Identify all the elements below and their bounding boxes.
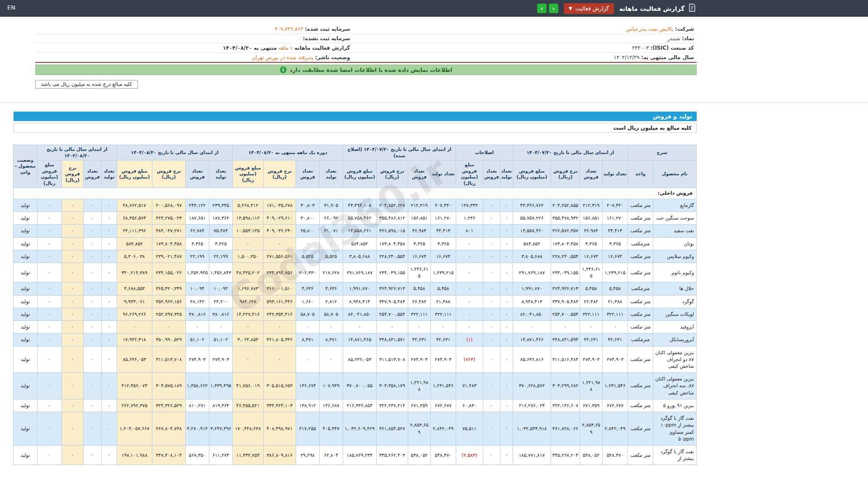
value-cell: ۰ [263,321,296,333]
value-cell: ۲۰۶,۳۳۰ [296,263,319,282]
info-row: شرکت: پالایش نفت بندرعباس سرمایه ثبت شده… [35,24,697,34]
value-cell: ۳۶,۹۸۴ [580,225,602,237]
value-cell: ۱,۲۳۱,۵۴۶ [602,373,627,399]
value-cell: ۰ [232,321,263,333]
value-cell: ۸۰۱ [456,225,483,237]
value-cell: ۰ [500,321,513,333]
value-cell: ۰ [37,199,61,211]
value-cell: ۲۴۳,۱۲۲ [185,199,209,211]
isic-label: کد صنعت (ISIC): [651,45,694,51]
value-cell: ۰ [296,237,319,250]
value-cell: ۰ [83,308,101,320]
subheader-sale-amount: مبلغ فروش (میلیون ریال) [456,160,483,188]
value-cell: ۳,۳۶۵ [430,237,456,250]
value-cell: ۰ [101,225,117,237]
value-cell: ۰ [551,321,580,333]
value-cell: ۱,۲۴۶,۶۱۵ [408,263,430,282]
value-cell: ۳۱۱,۵۱۶,۴۸۴ [551,346,580,373]
value-cell: ۱۰,۰۹۴ [185,282,209,295]
report-type-dropdown[interactable]: گزارش فعالیت ▼ [564,3,614,14]
value-cell: ۳,۳۶۵ [408,237,430,250]
product-name-cell: نفت سفید [653,225,697,237]
unit-cell: متر مکعب [627,263,653,282]
col-group-adjustments: اصلاحات [456,145,513,160]
value-cell: ۰ [101,399,117,412]
value-cell: ۳۰۵,۵۱۵,۶۵۳ [263,373,296,399]
value-cell: ۲۳۴,۷۹۴,۷۵۶ [263,263,296,282]
value-cell: ۳,۳۶۵ [185,237,209,250]
language-toggle[interactable]: EN [7,4,15,11]
production-table-body: فروش داخلی:گازمایعمتر مکعب۲۰۷,۴۴۰۲۱۲,۳۱۹… [13,188,696,465]
product-name-cell: بنزین معمولی اکتان ۸۷ دو انحراف شاخص کیف… [653,346,697,373]
value-cell: ۰ [37,250,61,263]
value-cell: ۳,۶۸۸,۵۵۳ [117,282,152,295]
value-cell: ۷۵,۵۱۱ [456,412,483,446]
chevron-down-icon: ▼ [569,6,572,11]
value-cell: ۰ [483,263,500,282]
value-cell: ۵۸۴,۸۵۲ [513,237,551,250]
value-cell: ۵,۴۵۸ [580,282,602,295]
value-cell: ۴۰۹,۰۲۹,۶۱۰ [263,212,296,225]
value-cell: ۲۶,۰۹۲ [319,212,343,225]
value-cell: ۰ [101,282,117,295]
value-cell: ۲۳۴,۰۴۹,۱۵۵ [376,263,408,282]
value-cell: ۲۳۹,۰۲۱,۴۸۷ [152,250,185,263]
subheader-qty-produced: تعداد تولید [101,160,117,188]
info-row: نماد: شبندر سرمایه ثبت نشده: ۰ [35,34,697,43]
value-cell: ۴۲,۶۳۱ [580,333,602,346]
prev-report-button[interactable]: ‹ [549,4,558,13]
value-cell: ۴۴,۴۱۳ [430,225,456,237]
subheader-qty-produced: تعداد تولید [319,160,343,188]
unregistered-capital-value: ۰ [298,35,301,42]
company-info-table: شرکت: پالایش نفت بندرعباس سرمایه ثبت شده… [35,24,697,63]
unit-cell: مترمکعب [627,282,653,295]
value-cell: ۲۵,۸۰۰ [296,225,319,237]
value-cell: ۰ [37,333,61,346]
value-cell: ۴۰۹,۰۳۶,۲۴۰ [263,225,296,237]
subheader-sale-amount: مبلغ فروش (میلیون ریال) [37,160,61,188]
subheader-sale-rate: نرخ فروش (ریال) [376,160,408,188]
product-row: آیزوریسایکلمترمکعب۴۲,۶۳۱۴۲,۶۳۱۳۴۸,۸۴۱,۵۹… [13,333,696,346]
value-cell: ۲۸,۱۴۲ [185,295,209,308]
value-cell: ۳۶۴,۹۲۶,۷۱۳ [376,282,408,295]
value-cell: ۰ [83,295,101,308]
value-cell: ۱۶,۶۷۴ [580,250,602,263]
value-cell: ۳۶۱,۸۲۸,۰۶۶ [551,412,580,446]
value-cell: ۱,۲۳۹,۲۱۵ [602,263,627,282]
status-cell: تولید [13,282,37,295]
units-line: کلیه مبالغ درج شده به میلیون ریال می باش… [35,79,697,89]
value-cell: ۳,۸۰۵,۶۸۸ [343,250,376,263]
value-cell: ۸,۹۴۸,۴۱۳ [513,295,551,308]
value-cell: ۳۶,۹۸۴ [408,225,430,237]
product-row: بوتانمترمکعب۳,۳۶۵۳,۳۶۵۱۷۳,۸۰۴,۴۵۸۵۸۴,۸۵۲… [13,237,696,250]
product-row: نفت گاز با گوگرد بیشتر از ۱۰ppm کمتر مسا… [13,412,696,446]
value-cell: ۵۸۴,۸۵۲ [343,237,376,250]
product-row: گازمایعمتر مکعب۲۰۷,۴۴۰۲۱۲,۳۱۹۲۰۴,۲۵۲,۸۵۵… [13,199,696,211]
value-cell: ۵۴۸,۴۷۰ [430,445,456,465]
value-cell: ۲۷۴,۹۰۳ [580,346,602,373]
value-cell: ۱۵۶,۸۵۱ [580,212,602,225]
value-cell: ۰ [500,250,513,263]
value-cell: ۰ [483,333,500,346]
value-cell: ۱,۴۵۶,۸۴۳ [209,263,232,282]
value-cell: ۱,۲۲۱,۹۸۸ [408,373,430,399]
value-cell: ۱,۳۳۹,۴۹۵ [209,373,232,399]
subheader-sale-amount: مبلغ فروش (میلیون ریال) [117,160,152,188]
value-cell: ۰ [83,282,101,295]
value-cell: ۳۰۳,۵۷۵,۱۸۹ [152,373,185,399]
value-cell: ۹۶,۲۶۹,۲۶۶ [117,308,152,320]
value-cell: ۶۲,۸۰۴ [319,445,343,465]
production-sales-table: شرح از ابتدای سال مالی تا تاریخ ۱۴۰۴/۰۷/… [13,145,697,465]
value-cell: ۱,۵۰۰,۳۵۰ [232,250,263,263]
value-cell: ۰ [500,445,513,465]
value-cell: ۰ [83,250,101,263]
value-cell: ۰ [61,282,83,295]
product-name-cell: حلال ها [653,282,697,295]
next-report-button[interactable]: › [537,4,547,13]
value-cell: ۰ [37,412,61,446]
company-name[interactable]: پالایش نفت بندرعباس [626,26,674,32]
value-cell: ۰ [83,333,101,346]
value-cell: ۲۶,۴۸۲ [580,295,602,308]
value-cell: ۰ [602,321,627,333]
value-cell: ۰ [456,308,483,320]
